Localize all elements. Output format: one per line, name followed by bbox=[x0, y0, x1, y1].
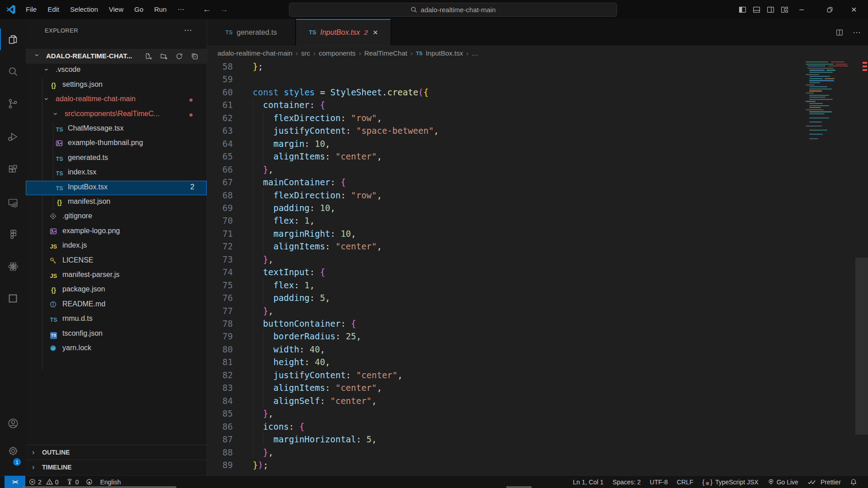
notifications-status[interactable] bbox=[845, 476, 862, 488]
toggle-sidebar-icon[interactable] bbox=[739, 6, 746, 14]
encoding-status[interactable]: UTF-8 bbox=[645, 476, 672, 488]
tree-item-gitignore[interactable]: .gitignore bbox=[26, 210, 207, 224]
line-number: 73 bbox=[207, 253, 233, 266]
line-number: 79 bbox=[207, 330, 233, 343]
tab-inputbox-tsx[interactable]: TS InputBox.tsx 2 × bbox=[296, 19, 391, 46]
tree-item-index-tsx[interactable]: TSindex.tsx bbox=[26, 166, 207, 180]
menu-go[interactable]: Go bbox=[129, 0, 149, 19]
new-folder-icon[interactable] bbox=[160, 52, 168, 60]
restore-button[interactable] bbox=[819, 0, 840, 19]
tree-item-example-thumbnail-png[interactable]: example-thumbnail.png bbox=[26, 136, 207, 151]
tree-item-settings-json[interactable]: {}settings.json bbox=[26, 78, 207, 93]
figma-icon[interactable] bbox=[0, 223, 26, 245]
go-live-status[interactable]: Go Live bbox=[763, 476, 803, 488]
close-button[interactable]: × bbox=[844, 0, 864, 19]
breadcrumb-item[interactable]: RealTimeChat bbox=[364, 49, 407, 57]
chevron-down-icon: › bbox=[43, 69, 50, 71]
code-editor[interactable]: 58};5960const styles = StyleSheet.create… bbox=[207, 60, 804, 476]
tree-item-vscode[interactable]: ›.vscode bbox=[26, 63, 207, 78]
tree-item-example-logo-png[interactable]: example-logo.png bbox=[26, 225, 207, 239]
square-extension-icon[interactable] bbox=[0, 287, 26, 310]
source-control-icon[interactable] bbox=[0, 92, 26, 115]
code-line-67: 67mainContainer: { bbox=[207, 176, 804, 188]
eol-status[interactable]: CRLF bbox=[672, 476, 698, 488]
tree-item-yarn-lock[interactable]: yarn.lock bbox=[26, 342, 207, 356]
nav-forward-icon[interactable]: → bbox=[220, 0, 228, 19]
menu-selection[interactable]: Selection bbox=[65, 0, 104, 19]
code-text: flexDirection: "row", bbox=[274, 189, 382, 202]
menu-edit[interactable]: Edit bbox=[42, 0, 65, 19]
collapse-all-icon[interactable] bbox=[191, 52, 198, 60]
line-number: 71 bbox=[207, 227, 233, 240]
nav-back-icon[interactable]: ← bbox=[203, 0, 211, 19]
minimap[interactable] bbox=[806, 61, 851, 170]
command-center-search[interactable]: adalo-realtime-chat-main bbox=[289, 3, 617, 17]
taskbar-peek-strip bbox=[506, 486, 532, 488]
line-number: 66 bbox=[207, 163, 233, 176]
line-number: 78 bbox=[207, 317, 233, 330]
project-root-row[interactable]: › ADALO-REALTIME-CHAT... bbox=[26, 49, 207, 64]
tree-item-chatmessage-tsx[interactable]: TSChatMessage.tsx bbox=[26, 122, 207, 136]
code-text: icons: { bbox=[263, 420, 305, 433]
formatter-status[interactable]: Prettier bbox=[803, 476, 845, 488]
cursor-position-status[interactable]: Ln 1, Col 1 bbox=[568, 476, 608, 488]
split-editor-icon[interactable] bbox=[835, 28, 844, 37]
remote-explorer-icon[interactable] bbox=[0, 191, 26, 214]
menu-more[interactable]: ⋯ bbox=[172, 0, 190, 19]
refresh-icon[interactable] bbox=[175, 52, 183, 60]
extensions-icon[interactable] bbox=[0, 158, 26, 181]
tree-item-manifest-json[interactable]: {}manifest.json bbox=[26, 195, 207, 210]
outline-section[interactable]: › OUTLINE bbox=[26, 445, 207, 460]
breadcrumb-item[interactable]: adalo-realtime-chat-main bbox=[217, 49, 292, 57]
customize-layout-icon[interactable] bbox=[781, 6, 788, 14]
tree-item-package-json[interactable]: {}package.json bbox=[26, 283, 207, 297]
indent-guide bbox=[253, 381, 253, 394]
search-view-icon[interactable] bbox=[0, 60, 26, 83]
minimize-button[interactable]: – bbox=[791, 0, 812, 19]
explorer-icon[interactable] bbox=[0, 28, 26, 51]
settings-gear-icon[interactable] bbox=[0, 440, 26, 462]
tab-label: InputBox.tsx bbox=[320, 28, 360, 37]
breadcrumb-item[interactable]: components bbox=[319, 49, 356, 57]
tree-item-rnmu-d-ts[interactable]: TSrnmu.d.ts bbox=[26, 312, 207, 327]
timeline-section[interactable]: › TIMELINE bbox=[26, 460, 207, 475]
account-icon[interactable] bbox=[0, 412, 26, 435]
run-debug-icon[interactable] bbox=[0, 125, 26, 148]
breadcrumb-item[interactable]: InputBox.tsx bbox=[426, 49, 463, 57]
code-text: flexDirection: "row", bbox=[274, 112, 382, 124]
tree-item-inputbox-tsx[interactable]: TSInputBox.tsx2 bbox=[26, 181, 207, 195]
explorer-more-icon[interactable]: ⋯ bbox=[184, 25, 192, 35]
toggle-secondary-sidebar-icon[interactable] bbox=[767, 6, 774, 14]
encoding-label: UTF-8 bbox=[650, 479, 668, 486]
tree-item-license[interactable]: LICENSE bbox=[26, 254, 207, 268]
close-tab-icon[interactable]: × bbox=[373, 28, 378, 38]
json-icon: {} bbox=[51, 286, 56, 294]
menu-run[interactable]: Run bbox=[149, 0, 172, 19]
tab-generated-ts[interactable]: TS generated.ts bbox=[207, 19, 296, 46]
indent-guide bbox=[263, 381, 264, 394]
vertical-scrollbar[interactable] bbox=[855, 258, 868, 435]
tree-item-tsconfig-json[interactable]: TStsconfig.json bbox=[26, 327, 207, 342]
tree-item-src-components-realtimec[interactable]: ›src\components\RealTimeC... bbox=[26, 108, 207, 122]
breadcrumb-item[interactable]: … bbox=[472, 49, 478, 57]
line-number: 89 bbox=[207, 459, 233, 471]
indent-guide bbox=[263, 189, 264, 202]
editor-more-icon[interactable]: ⋯ bbox=[853, 28, 861, 38]
toggle-panel-icon[interactable] bbox=[753, 6, 760, 14]
tree-item-index-js[interactable]: JSindex.js bbox=[26, 239, 207, 253]
language-mode-status[interactable]: { } TypeScript JSX bbox=[698, 476, 763, 488]
indentation-status[interactable]: Spaces: 2 bbox=[608, 476, 645, 488]
tree-item-generated-ts[interactable]: TSgenerated.ts bbox=[26, 151, 207, 166]
tree-item-readme-md[interactable]: README.md bbox=[26, 298, 207, 312]
react-native-icon[interactable] bbox=[0, 255, 26, 278]
code-line-62: 62flexDirection: "row", bbox=[207, 112, 804, 124]
code-line-87: 87marginHorizontal: 5, bbox=[207, 433, 804, 446]
tree-item-adalo-realtime-chat-main[interactable]: ›adalo-realtime-chat-main bbox=[26, 93, 207, 107]
menu-file[interactable]: File bbox=[20, 0, 42, 19]
new-file-icon[interactable] bbox=[145, 52, 152, 60]
minimap-line bbox=[806, 64, 834, 65]
breadcrumb-item[interactable]: src bbox=[301, 49, 310, 57]
tree-item-manifest-parser-js[interactable]: JSmanifest-parser.js bbox=[26, 268, 207, 283]
menu-view[interactable]: View bbox=[104, 0, 129, 19]
breadcrumb-separator: › bbox=[359, 49, 361, 57]
